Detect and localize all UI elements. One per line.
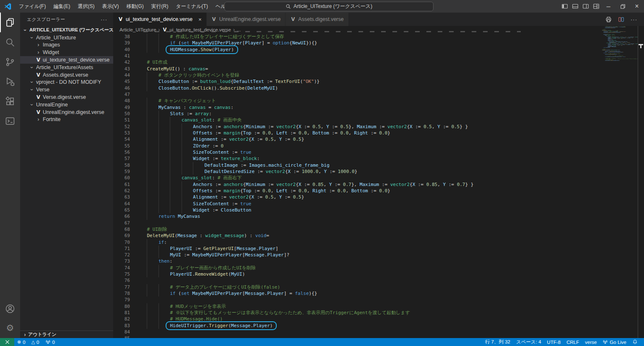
code-line[interactable]: 85 [598,62,638,62]
status-item-行 7、列 32[interactable]: 行 7、列 32 [482,338,513,346]
tree-item[interactable]: ›ARTICLE_UITEXTURE (ワークスペース) [20,26,113,34]
code-line[interactable]: 60canvas_slot: # 画面右下 [113,175,644,181]
toggle-secondary-sidebar-icon[interactable] [580,0,591,13]
code-line[interactable]: 49MyCanvas : canvas = canvas: [113,104,644,111]
code-line[interactable]: 61Anchors := anchors{Minimum := vector2{… [113,181,644,188]
code-line[interactable]: 83HideUITrigger.Trigger(Message.Player) [113,323,644,329]
tree-item[interactable]: ›Widget [20,49,113,56]
code-line[interactable]: 47 [113,91,644,98]
tree-item[interactable]: VVerse.digest.verse [20,93,113,101]
settings-gear-icon[interactable]: ⚙ [0,318,20,338]
code-line[interactable]: 75PlayerUI.RemoveWidget(MyUI) [113,271,644,277]
tree-item[interactable]: ›Article_UITexture [20,34,113,41]
code-line[interactable]: 46CloseButton.OnClick().Subscribe(Delete… [113,85,644,91]
code-line[interactable]: 41 [113,53,644,59]
tab-UnrealEngine.digest.verse[interactable]: VUnrealEngine.digest.verse [207,13,286,26]
status-item-0[interactable]: 0 [42,338,58,346]
status-item-verse[interactable]: verse [582,338,600,346]
minimize-button[interactable]: ─ [601,0,615,13]
menu-item[interactable]: 表示(V) [98,0,122,13]
restore-button[interactable] [615,0,630,13]
code-line[interactable]: 80# HUDメッセージを非表示 [113,303,644,310]
code-line[interactable]: 67 [113,220,644,226]
status-item-CRLF[interactable]: CRLF [564,338,582,346]
code-line[interactable]: 38# 作成したUIをプレイヤーに紐づくデータとして保存 [113,34,644,40]
code-line[interactable]: 64SizeToContent := true [113,201,644,207]
code-line[interactable]: 39if (set MaybeMyUIPerPlayer[Player] = o… [113,40,644,46]
toggle-sidebar-icon[interactable] [559,0,570,13]
editor-more-actions-icon[interactable]: ··· [631,16,637,23]
tree-item[interactable]: ›UnrealEngine [20,101,113,108]
code-line[interactable]: 57Widget := texture_block: [113,155,644,162]
status-item-スペース: 4[interactable]: スペース: 4 [513,338,544,346]
tab-ui_texture_test_device.verse[interactable]: Vui_texture_test_device.verse× [113,13,207,26]
code-line[interactable]: 79 [113,297,644,303]
code-line[interactable]: 82# HUDMessage.Hide() [113,316,644,322]
code-line[interactable]: 54Alignment := vector2{X := 0.5, Y := 0.… [113,136,644,142]
status-item-Go Live[interactable]: Go Live [600,338,629,346]
code-line[interactable]: 58DefaultImage := Images.machi_circle_fr… [113,162,644,168]
toggle-panel-icon[interactable] [570,0,580,13]
code-line[interactable]: 52Anchors := anchors{Minimum := vector2{… [113,124,644,130]
tree-item[interactable]: ›Verse [20,86,113,93]
code-line[interactable]: 70if: [113,239,644,245]
tree-item[interactable]: VUnrealEngine.digest.verse [20,108,113,116]
search-icon[interactable] [0,32,20,52]
code-line[interactable]: 68# UI削除 [113,226,644,232]
menu-item[interactable]: 移動(G) [122,0,147,13]
files-icon[interactable] [0,13,20,32]
code-line[interactable]: 55ZOrder := 0 [113,143,644,149]
menu-item[interactable]: 実行(R) [148,0,172,13]
terminal-icon[interactable] [0,111,20,131]
tab-Assets.digest.verse[interactable]: VAssets.digest.verse [286,13,348,26]
minimap[interactable]: 38# 作成したUIをプレイヤーに紐づくデータとして保存39if (set Ma… [598,26,638,93]
code-line[interactable]: 71PlayerUI := GetPlayerUI[Message.Player… [113,245,644,252]
editor-scrollbar[interactable] [638,26,644,338]
code-line[interactable]: 66return MyCanvas [113,213,644,219]
command-center-search[interactable]: Article_UITexture (ワークスペース) [224,2,434,11]
menu-item[interactable]: ターミナル(T) [172,0,211,13]
code-line[interactable]: 84 [113,329,644,335]
code-line[interactable]: 78if (set MaybeMyUIPerPlayer[Message.Pla… [113,290,644,297]
code-line[interactable]: 72MyUI := MaybeMyUIPerPlayer[Message.Pla… [113,252,644,258]
tree-item[interactable]: VAssets.digest.verse [20,71,113,79]
menu-item[interactable]: 選択(S) [74,0,98,13]
code-line[interactable]: 59DefaultDesiredSize := vector2{X := 100… [113,168,644,175]
code-line[interactable]: 73then: [113,258,644,264]
debug-icon[interactable] [0,72,20,91]
print-icon[interactable] [605,16,612,23]
code-line[interactable]: 44# ボタンクリック時のイベントを登録 [113,72,644,78]
code-line[interactable]: 50Slots := array: [113,111,644,117]
code-line[interactable]: 45CloseButton := button_loud{DefaultText… [113,78,644,85]
code-line[interactable]: 81# ※以下を実行してもメッセージは非表示とならなかったため、非表示用のTri… [113,310,644,316]
tree-item[interactable]: ›Images [20,41,113,49]
code-line[interactable]: 63Alignment := vector2{X := 0.5, Y := 0.… [113,194,644,200]
scm-icon[interactable] [0,52,20,72]
menu-item[interactable]: ファイル(F) [15,0,49,13]
code-line[interactable]: 48# キャンバスウィジェット [113,98,644,104]
split-editor-icon[interactable] [618,16,624,23]
code-line[interactable]: 69DeleteMyUI(Message : widget_message) :… [113,232,644,239]
remote-indicator[interactable] [0,338,14,346]
account-icon[interactable] [0,299,20,318]
code-area[interactable]: 38# 作成したUIをプレイヤーに紐づくデータとして保存39if (set Ma… [113,34,644,338]
menu-item[interactable]: 編集(E) [49,0,74,13]
customize-layout-icon[interactable] [591,0,601,13]
code-line[interactable]: 40HUDMessage.Show(Player) [113,46,644,53]
code-line[interactable]: 85 [113,335,644,338]
code-line[interactable]: 76 [113,277,644,284]
tree-item[interactable]: ›Article_UITexture/Assets [20,64,113,71]
code-line[interactable]: 77# データ上のプレイヤーに紐づくUIを削除(false) [113,284,644,290]
status-item-UTF-8[interactable]: UTF-8 [544,338,564,346]
outline-section[interactable]: › アウトライン [20,331,113,338]
extensions-icon[interactable] [0,91,20,111]
code-line[interactable]: 51canvas_slot: # 画面中央 [113,117,644,123]
tab-close-icon[interactable]: × [198,16,202,23]
code-line[interactable]: 56SizeToContent := true [113,149,644,155]
breadcrumb[interactable]: Article_UITexture›Vui_texture_test_devic… [113,26,644,34]
code-line[interactable]: 42# UI作成 [113,59,644,65]
code-line[interactable]: 53Offsets := margin{Top := 0.0, Left := … [113,130,644,136]
tree-item[interactable]: Vui_texture_test_device.verse [20,56,113,64]
tree-item[interactable]: ›vproject - DO NOT MODIFY [20,79,113,86]
status-item-0[interactable]: ⊗0 [14,338,29,346]
